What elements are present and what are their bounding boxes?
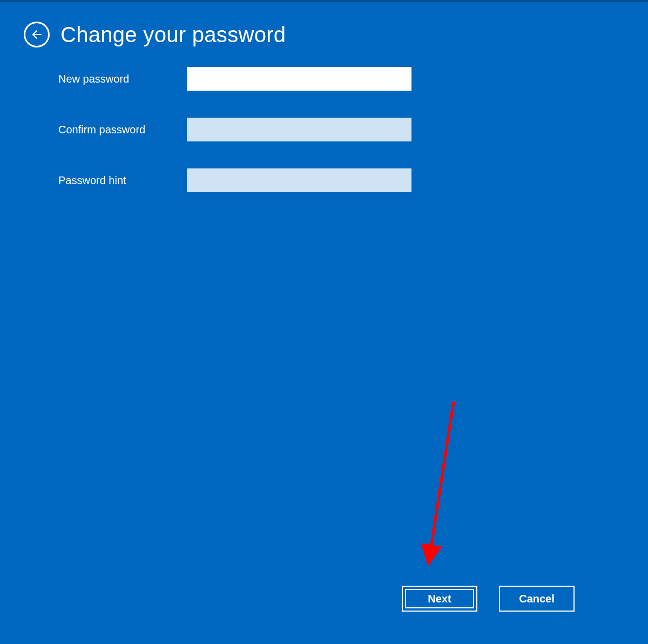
confirm-password-input[interactable] — [187, 118, 411, 141]
footer-buttons: Next Cancel — [402, 586, 575, 612]
svg-line-1 — [429, 402, 454, 558]
next-button-label: Next — [428, 593, 451, 605]
next-button[interactable]: Next — [402, 586, 477, 612]
new-password-label: New password — [58, 73, 187, 85]
confirm-password-row: Confirm password — [58, 118, 426, 141]
password-hint-row: Password hint — [58, 168, 426, 192]
new-password-input[interactable] — [187, 67, 411, 91]
cancel-button[interactable]: Cancel — [499, 586, 575, 612]
cancel-button-label: Cancel — [519, 593, 555, 605]
password-hint-input[interactable] — [187, 168, 411, 192]
new-password-row: New password — [58, 67, 426, 91]
header-row: Change your password — [24, 22, 286, 48]
password-hint-label: Password hint — [58, 174, 187, 187]
confirm-password-label: Confirm password — [58, 124, 187, 136]
password-form: New password Confirm password Password h… — [58, 67, 426, 219]
back-button[interactable] — [24, 22, 50, 48]
page-title: Change your password — [60, 23, 286, 47]
back-arrow-icon — [30, 28, 44, 42]
